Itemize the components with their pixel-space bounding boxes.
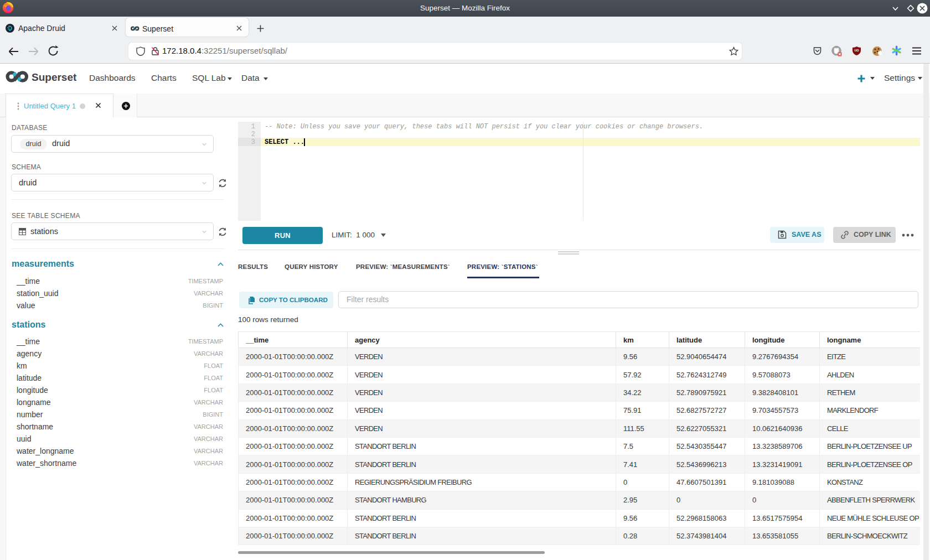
svg-text:UO: UO	[854, 49, 859, 52]
